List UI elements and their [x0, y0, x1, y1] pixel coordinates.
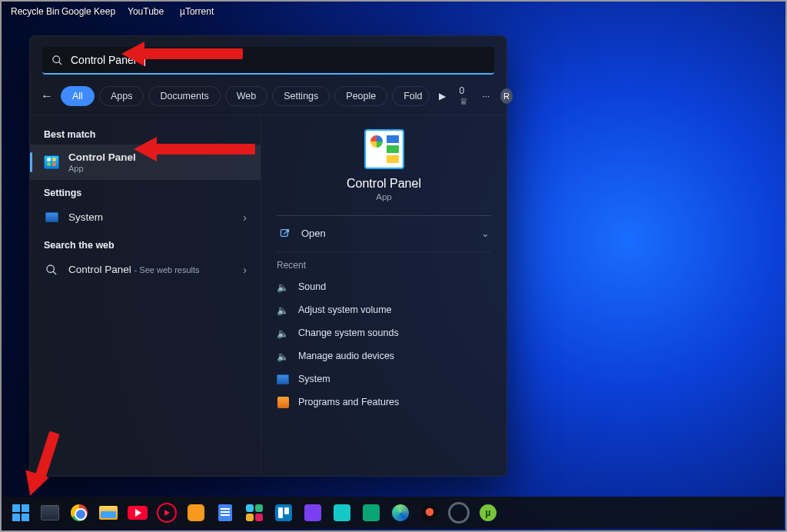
slack-icon: [246, 504, 263, 521]
text-caret: [144, 55, 145, 66]
recent-sound[interactable]: 🔈Sound: [277, 275, 491, 298]
sound-icon: 🔈: [277, 281, 289, 293]
programs-features-icon: [277, 396, 289, 408]
davinci-icon: [421, 504, 438, 521]
preview-title: Control Panel: [347, 177, 421, 191]
open-action[interactable]: Open ⌄: [277, 216, 491, 250]
task-view-icon: [41, 505, 59, 520]
result-subtitle: App: [68, 164, 136, 173]
trello-icon: [275, 504, 292, 521]
app-icon: [304, 504, 321, 521]
taskbar-edge[interactable]: [389, 501, 412, 524]
filter-apps[interactable]: Apps: [99, 86, 144, 106]
svg-rect-4: [281, 229, 287, 236]
recent-system[interactable]: System: [277, 367, 491, 391]
taskbar-youtube[interactable]: [126, 501, 149, 524]
result-web-control-panel[interactable]: Control Panel - See web results ›: [30, 255, 261, 284]
filter-web[interactable]: Web: [225, 86, 267, 106]
desktop: Recycle Bin Google Keep YouTube µTorrent…: [0, 0, 787, 532]
open-icon: [278, 227, 291, 239]
svg-line-1: [59, 62, 61, 64]
task-view-button[interactable]: [38, 501, 61, 524]
settings-heading: Settings: [30, 180, 261, 203]
svg-line-3: [53, 271, 56, 274]
chevron-right-icon: ›: [243, 211, 247, 224]
taskbar-file-explorer[interactable]: [97, 501, 120, 524]
chevron-down-icon[interactable]: ⌄: [481, 228, 490, 239]
back-arrow-icon[interactable]: ←: [41, 89, 56, 103]
desktop-icon-google-keep[interactable]: Google Keep: [61, 6, 115, 17]
app-icon: [334, 504, 350, 521]
result-control-panel[interactable]: Control Panel App: [30, 145, 261, 180]
svg-point-0: [53, 55, 60, 62]
taskbar-app-green[interactable]: [360, 501, 383, 524]
result-title: Control Panel - See web results: [68, 264, 200, 276]
filter-overflow-icon[interactable]: ▶: [434, 91, 450, 101]
google-docs-icon: [218, 504, 232, 521]
taskbar-chrome[interactable]: [68, 501, 91, 524]
taskbar-audible[interactable]: [184, 501, 208, 524]
search-input[interactable]: Control Panel: [42, 47, 494, 75]
search-icon: [44, 262, 59, 278]
control-panel-icon: [44, 155, 59, 170]
taskbar-app-ring[interactable]: [447, 501, 470, 524]
taskbar-app-purple[interactable]: [301, 501, 324, 524]
result-title: System: [68, 211, 103, 224]
search-filter-bar: ← All Apps Documents Web Settings People…: [30, 82, 506, 115]
search-query-text: Control Panel: [71, 54, 136, 66]
results-list: Best match Control Panel App Settings Sy…: [30, 115, 261, 476]
search-web-heading: Search the web: [30, 232, 261, 255]
search-icon: [51, 55, 63, 66]
recent-programs-features[interactable]: Programs and Features: [277, 391, 491, 414]
desktop-icon-recycle-bin[interactable]: Recycle Bin: [11, 6, 59, 17]
taskbar-utorrent[interactable]: µ: [477, 501, 500, 524]
desktop-icon-youtube[interactable]: YouTube: [128, 6, 164, 17]
taskbar-app-teal[interactable]: [330, 501, 354, 524]
recent-change-sounds[interactable]: 🔈Change system sounds: [277, 321, 491, 344]
utorrent-icon: µ: [480, 504, 496, 521]
recent-adjust-volume[interactable]: 🔈Adjust system volume: [277, 298, 491, 321]
rewards-badge[interactable]: 0 ♕: [460, 85, 472, 107]
taskbar: µ: [3, 497, 784, 529]
user-avatar[interactable]: R: [500, 88, 512, 104]
result-preview-pane: Control Panel App Open ⌄ Recent 🔈Sound 🔈…: [261, 115, 506, 476]
taskbar-slack[interactable]: [243, 501, 266, 524]
chevron-right-icon: ›: [243, 264, 247, 276]
youtube-music-icon: [157, 503, 177, 523]
file-explorer-icon: [99, 506, 118, 520]
best-match-heading: Best match: [30, 121, 261, 145]
ring-icon: [448, 502, 470, 524]
taskbar-trello[interactable]: [272, 501, 295, 524]
sound-icon: 🔈: [277, 350, 289, 362]
sound-icon: 🔈: [277, 327, 289, 339]
sound-icon: 🔈: [277, 304, 289, 316]
edge-icon: [392, 504, 409, 521]
start-button[interactable]: [9, 501, 32, 524]
system-icon: [277, 373, 289, 385]
chrome-icon: [71, 504, 88, 521]
more-options-icon[interactable]: ···: [482, 91, 490, 101]
filter-settings[interactable]: Settings: [272, 86, 330, 106]
start-search-panel: Control Panel ← All Apps Documents Web S…: [29, 35, 507, 477]
system-icon: [44, 210, 59, 225]
recent-heading: Recent: [277, 260, 491, 271]
filter-all[interactable]: All: [61, 86, 95, 106]
desktop-icon-utorrent[interactable]: µTorrent: [180, 6, 214, 17]
taskbar-google-docs[interactable]: [214, 501, 237, 524]
windows-logo-icon: [12, 504, 29, 521]
filter-people[interactable]: People: [334, 86, 387, 106]
result-system[interactable]: System ›: [30, 203, 261, 232]
svg-point-2: [47, 265, 54, 272]
app-icon: [363, 504, 380, 521]
open-label: Open: [301, 228, 326, 239]
control-panel-icon: [364, 129, 404, 169]
result-title: Control Panel: [68, 151, 136, 164]
filter-folders[interactable]: Fold: [392, 86, 429, 106]
taskbar-youtube-music[interactable]: [155, 501, 178, 524]
taskbar-davinci[interactable]: [418, 501, 441, 524]
recent-audio-devices[interactable]: 🔈Manage audio devices: [277, 344, 491, 367]
filter-documents[interactable]: Documents: [148, 86, 220, 106]
audible-icon: [188, 504, 204, 521]
preview-subtitle: App: [376, 192, 391, 201]
youtube-icon: [128, 506, 148, 520]
